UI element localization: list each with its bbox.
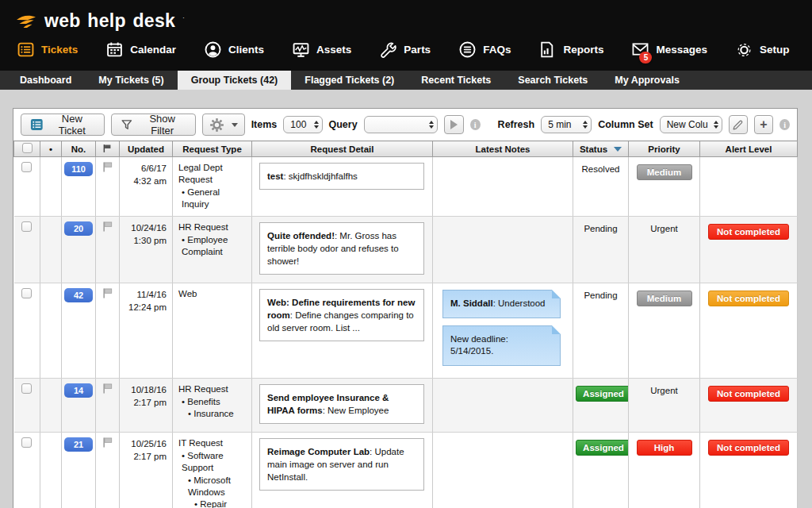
nav-item-messages[interactable]: 5Messages	[632, 41, 707, 58]
query-select[interactable]	[364, 116, 439, 133]
row-checkbox[interactable]	[21, 162, 32, 172]
ticket-number-badge[interactable]: 21	[64, 437, 93, 452]
new-ticket-icon	[30, 117, 44, 132]
tickets-table: • No. Updated Request Type Request Detai…	[13, 140, 798, 508]
request-detail-box[interactable]: test: skjdfhskldjhfalfhs	[259, 163, 424, 190]
select-all-checkbox[interactable]	[22, 143, 33, 153]
edit-column-set-button[interactable]	[729, 115, 748, 134]
flag-icon	[102, 144, 113, 153]
latest-notes-column-header[interactable]: Latest Notes	[433, 141, 573, 157]
updated-cell: 6/6/174:32 am	[120, 157, 173, 217]
nav-item-calendar[interactable]: Calendar	[106, 41, 176, 58]
select-all-header	[14, 141, 40, 157]
nav-item-reports[interactable]: Reports	[539, 41, 603, 58]
priority-cell: Urgent	[629, 216, 700, 283]
ticket-number-badge[interactable]: 110	[64, 162, 93, 176]
nav-item-label: Tickets	[41, 44, 78, 56]
new-ticket-button[interactable]: New Ticket	[21, 114, 105, 136]
nav-item-clients[interactable]: Clients	[205, 41, 264, 58]
nav-item-faqs[interactable]: FAQs	[459, 41, 511, 58]
column-set-value: New Colu	[667, 119, 708, 130]
status-cell: Resolved	[573, 157, 629, 217]
subnav-tab-search-tickets[interactable]: Search Tickets	[504, 71, 601, 90]
nav-item-label: Reports	[563, 44, 603, 56]
subnav-tab-my-approvals[interactable]: My Approvals	[601, 71, 693, 90]
number-column-header[interactable]: No.	[62, 141, 96, 157]
subnav-tab-my-tickets-5[interactable]: My Tickets (5)	[85, 71, 177, 90]
show-filter-button[interactable]: Show Filter	[111, 114, 196, 136]
request-detail-box[interactable]: Send employee Insurance & HIPAA forms: N…	[259, 384, 424, 424]
flag-column-header[interactable]	[96, 141, 120, 157]
flag-icon[interactable]	[102, 224, 114, 233]
status-badge: Assigned	[576, 440, 629, 456]
latest-notes-cell: M. Siddall: UnderstoodNew deadline: 5/14…	[433, 283, 573, 379]
run-query-button[interactable]	[444, 115, 463, 134]
stepper-arrows-icon	[583, 121, 588, 129]
updated-column-header[interactable]: Updated	[120, 141, 173, 157]
gear-icon	[209, 117, 224, 133]
flag-icon[interactable]	[102, 440, 114, 449]
refresh-select[interactable]: 5 min	[541, 116, 592, 133]
table-options-button[interactable]	[202, 114, 245, 136]
nav-item-assets[interactable]: Assets	[293, 41, 351, 58]
row-checkbox[interactable]	[21, 288, 32, 298]
alert-level-cell: Not completed	[700, 378, 798, 432]
items-select[interactable]: 100	[283, 116, 322, 133]
priority-text: Urgent	[650, 386, 678, 395]
status-text: Pending	[584, 291, 617, 300]
nav-item-label: Messages	[656, 44, 707, 56]
query-label: Query	[329, 119, 358, 130]
request-detail-box[interactable]: Web: Define requirements for new room: D…	[259, 289, 424, 341]
alert-badge: Not completed	[708, 440, 789, 456]
priority-column-header[interactable]: Priority	[629, 141, 700, 157]
alert-badge: Not completed	[708, 224, 789, 240]
status-cell: Pending	[573, 216, 629, 283]
request-type-column-header[interactable]: Request Type	[173, 141, 252, 157]
stepper-arrows-icon	[314, 121, 319, 129]
row-checkbox[interactable]	[21, 437, 32, 448]
subnav-tab-group-tickets-42[interactable]: Group Tickets (42)	[178, 71, 292, 90]
ticket-note: M. Siddall: Understood	[442, 290, 561, 318]
subnav-tab-flagged-tickets-2[interactable]: Flagged Tickets (2)	[291, 71, 408, 90]
subnav-tab-recent-tickets[interactable]: Recent Tickets	[408, 71, 504, 90]
top-bar: web help desk˙ TicketsCalendarClientsAss…	[0, 0, 812, 71]
request-detail-box[interactable]: Quite offended!: Mr. Gross has terrible …	[259, 222, 424, 275]
column-set-select[interactable]: New Colu	[660, 116, 722, 133]
nav-item-setup[interactable]: Setup	[736, 41, 790, 58]
row-checkbox[interactable]	[21, 221, 32, 232]
alert-level-column-header[interactable]: Alert Level	[700, 141, 798, 157]
unread-column-header[interactable]: •	[40, 141, 62, 157]
flag-icon[interactable]	[102, 164, 114, 174]
request-detail-column-header[interactable]: Request Detail	[252, 141, 433, 157]
refresh-label: Refresh	[498, 119, 535, 130]
request-detail-box[interactable]: Reimage Computer Lab: Update main image …	[259, 438, 424, 491]
query-info-icon[interactable]: i	[470, 119, 481, 130]
flag-icon[interactable]	[102, 291, 114, 300]
nav-item-label: Calendar	[130, 44, 176, 56]
subnav-tab-dashboard[interactable]: Dashboard	[6, 71, 85, 90]
add-column-set-button[interactable]: +	[754, 115, 773, 134]
ticket-number-badge[interactable]: 42	[64, 288, 93, 302]
priority-cell: High	[629, 432, 700, 508]
ticket-number-badge[interactable]: 14	[64, 383, 93, 398]
row-checkbox[interactable]	[21, 383, 32, 394]
request-type-cell: HR Request• Employee Complaint	[173, 216, 252, 283]
latest-notes-cell	[433, 378, 573, 432]
priority-cell: Medium	[629, 283, 700, 379]
nav-item-label: Parts	[404, 44, 431, 56]
nav-item-label: Assets	[316, 44, 351, 56]
nav-item-tickets[interactable]: Tickets	[17, 41, 78, 58]
ticket-row-42: 42 11/4/1612:24 pm Web Web: Define requi…	[14, 283, 798, 379]
nav-item-parts[interactable]: Parts	[380, 41, 431, 58]
logo-text: web help desk	[44, 10, 175, 32]
ticket-subnav: DashboardMy Tickets (5)Group Tickets (42…	[0, 71, 812, 90]
faqs-icon	[459, 41, 476, 58]
priority-badge: Medium	[637, 291, 692, 306]
flag-icon[interactable]	[102, 386, 114, 395]
updated-cell: 10/25/162:17 pm	[120, 432, 173, 508]
note-fold-corner	[552, 290, 561, 298]
status-column-header[interactable]: Status	[573, 141, 629, 157]
ticket-number-badge[interactable]: 20	[64, 221, 93, 236]
status-badge: Assigned	[576, 386, 629, 402]
column-set-info-icon[interactable]: i	[779, 119, 790, 130]
